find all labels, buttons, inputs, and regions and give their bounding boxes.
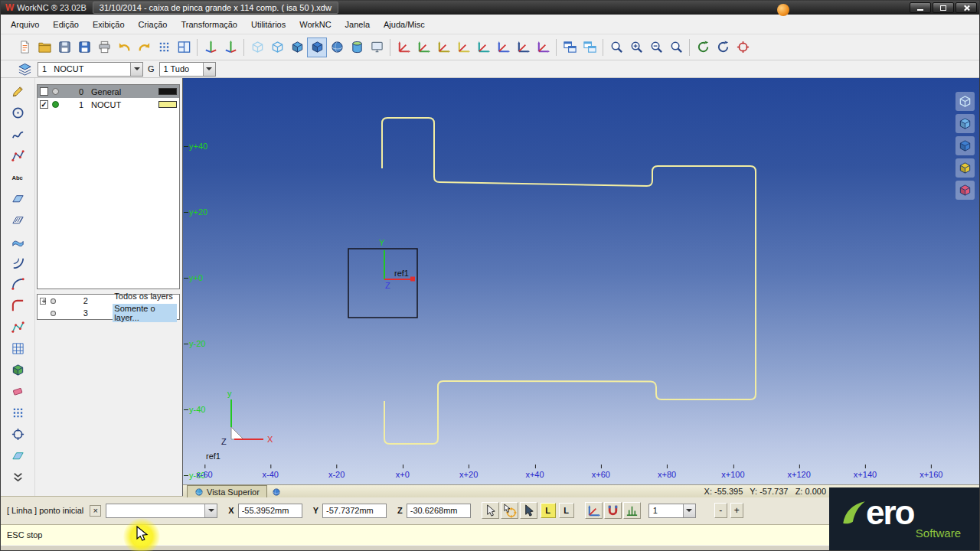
open-file-button[interactable] (34, 37, 54, 57)
x-coordinate-input[interactable] (238, 504, 302, 518)
lock-l2-button[interactable]: L (559, 503, 574, 518)
viewport-layout-button[interactable] (174, 37, 194, 57)
fillet-tool[interactable] (8, 296, 28, 315)
layer-color-swatch[interactable] (158, 88, 177, 95)
text-tool[interactable] (8, 168, 28, 187)
transform-scale-button[interactable] (433, 37, 453, 57)
increment-button[interactable]: + (730, 503, 743, 518)
mesh-tool[interactable] (8, 339, 28, 358)
view-shaded-edges-button[interactable] (307, 37, 327, 57)
back-view-button[interactable] (956, 181, 975, 200)
view-sphere-button[interactable] (270, 486, 283, 497)
coord-system-button[interactable] (585, 502, 603, 519)
axes-xyz-button[interactable] (201, 37, 220, 57)
print-button[interactable] (94, 37, 114, 57)
menu-item-utilitarios[interactable]: Utilitários (244, 18, 292, 31)
front-view-button[interactable] (956, 114, 975, 133)
side-view-button[interactable] (956, 136, 975, 155)
menu-item-exibicao[interactable]: Exibição (86, 18, 132, 31)
minimize-button[interactable] (910, 2, 931, 13)
part-outline[interactable] (382, 118, 756, 444)
layer-visible-checkbox[interactable] (40, 87, 48, 96)
menu-item-ajuda[interactable]: Ajuda/Misc (377, 18, 432, 31)
zoom-window-button[interactable] (606, 37, 626, 57)
view-cylinder-button[interactable] (347, 37, 367, 57)
view-tab-vista-superior[interactable]: Vista Superior (187, 485, 267, 497)
close-button[interactable] (956, 2, 977, 13)
transform-project-button[interactable] (473, 37, 493, 57)
trim-tool[interactable] (8, 318, 28, 337)
pencil-tool[interactable] (8, 82, 28, 101)
level-snap-button[interactable] (623, 502, 641, 519)
spline-tool[interactable] (8, 125, 28, 144)
measure-tool[interactable] (8, 425, 28, 444)
decrement-button[interactable]: - (714, 503, 727, 518)
view-wireframe-button[interactable] (247, 37, 267, 57)
y-coordinate-input[interactable] (322, 504, 387, 518)
snap-target-button[interactable] (501, 502, 518, 519)
snap-grid-button[interactable] (154, 37, 174, 57)
menu-item-janela[interactable]: Janela (338, 18, 377, 31)
chevron-down-icon[interactable] (683, 504, 695, 517)
transform-mirror-button[interactable] (453, 37, 473, 57)
chevron-down-icon[interactable] (203, 63, 215, 76)
viewport-canvas[interactable]: Y Z ref1 y X Z ref1 y+40y+20y+0y-20y-40 (183, 78, 979, 484)
chevron-down-icon[interactable] (130, 63, 142, 76)
window-tile-button[interactable] (560, 37, 580, 57)
transform-translate-button[interactable] (394, 37, 413, 57)
eraser-tool[interactable] (8, 382, 28, 401)
zoom-fit-button[interactable] (666, 37, 686, 57)
menu-item-criacao[interactable]: Criação (132, 18, 175, 31)
z-coordinate-input[interactable] (407, 504, 471, 518)
layer-row-nocut[interactable]: ✓ 1 NOCUT (38, 98, 179, 111)
menu-item-transformacao[interactable]: Transformação (174, 18, 244, 31)
axes-uvw-button[interactable] (220, 37, 240, 57)
select-arrow-button[interactable] (482, 502, 499, 519)
transform-align-button[interactable] (493, 37, 513, 57)
solid-tool[interactable] (8, 360, 28, 380)
pattern-tool[interactable] (8, 403, 28, 422)
menu-item-arquivo[interactable]: Arquivo (4, 18, 46, 31)
iso-view-button[interactable] (956, 92, 975, 111)
transform-array-button[interactable] (513, 37, 533, 57)
pick-filter-button[interactable] (520, 502, 537, 519)
save-as-button[interactable] (54, 37, 74, 57)
rotate-view-button[interactable] (693, 37, 713, 57)
chevron-down-icon[interactable] (204, 504, 217, 517)
polyline-tool[interactable] (8, 146, 28, 165)
command-history-select[interactable] (106, 504, 217, 518)
surface-tool[interactable] (8, 232, 28, 251)
circle-tool[interactable] (8, 103, 28, 122)
lock-l1-button[interactable]: L (541, 503, 556, 518)
layer-row-general[interactable]: 0 General (38, 85, 179, 98)
spin-view-button[interactable] (713, 37, 733, 57)
redo-button[interactable] (134, 37, 154, 57)
view-sphere-button[interactable] (327, 37, 347, 57)
offset-tool[interactable] (8, 253, 28, 272)
top-view-button[interactable] (956, 158, 975, 178)
center-view-button[interactable] (733, 37, 753, 57)
transform-offset-button[interactable] (533, 37, 553, 57)
scope-row-only-layer[interactable]: 3 Somente o layer... (38, 307, 179, 319)
transform-rotate-button[interactable] (413, 37, 433, 57)
menu-item-worknc[interactable]: WorkNC (292, 18, 338, 31)
new-file-button[interactable] (15, 37, 34, 57)
layer-group-select[interactable]: 1 Tudo (159, 62, 216, 77)
expand-icon[interactable] (40, 298, 46, 305)
save-button[interactable] (74, 37, 94, 57)
layer-visible-checkbox[interactable]: ✓ (40, 100, 48, 109)
copies-select[interactable]: 1 (648, 504, 696, 518)
zoom-in-button[interactable] (626, 37, 646, 57)
section-tool[interactable] (8, 446, 28, 465)
magnet-snap-button[interactable] (604, 502, 622, 519)
hatch-tool[interactable] (8, 210, 28, 230)
maximize-button[interactable] (933, 2, 954, 13)
layer-color-swatch[interactable] (158, 101, 177, 108)
arc-tool[interactable] (8, 275, 28, 294)
active-layer-select[interactable]: 1 NOCUT (38, 62, 143, 77)
menu-item-edicao[interactable]: Edição (46, 18, 86, 31)
window-new-button[interactable] (580, 37, 599, 57)
view-hidden-line-button[interactable] (267, 37, 287, 57)
zoom-out-button[interactable] (646, 37, 666, 57)
view-shaded-button[interactable] (287, 37, 307, 57)
